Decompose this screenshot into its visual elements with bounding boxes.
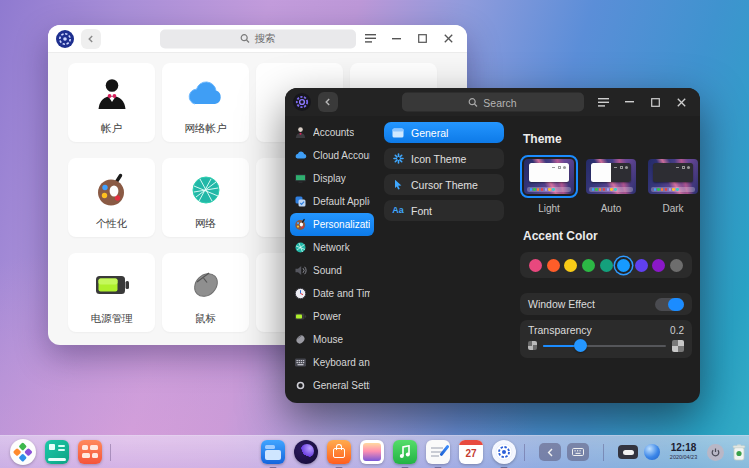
- card-label: 鼠标: [195, 313, 216, 324]
- minimize-button[interactable]: [618, 92, 640, 112]
- card-label: 个性化: [96, 218, 128, 229]
- cursor-icon: [392, 179, 404, 191]
- app-store-icon[interactable]: [327, 440, 351, 464]
- card-cloud-account[interactable]: 网络帐户: [162, 63, 249, 142]
- card-mouse[interactable]: 鼠标: [162, 253, 249, 332]
- back-button[interactable]: [318, 92, 338, 112]
- sidebar-item-mouse[interactable]: Mouse: [290, 328, 374, 351]
- nav-item-font[interactable]: Aa Font: [384, 200, 504, 221]
- accent-dot-gray[interactable]: [670, 259, 683, 272]
- control-center-logo-icon: [293, 93, 311, 111]
- minimize-button[interactable]: [385, 29, 407, 49]
- dock-separator: [110, 444, 111, 461]
- control-center-dock-icon[interactable]: [492, 440, 516, 464]
- cloud-icon: [294, 149, 307, 162]
- slider-handle[interactable]: [574, 339, 587, 352]
- general-settings-icon: [294, 379, 307, 392]
- mouse-icon: [294, 333, 307, 346]
- sidebar-item-accounts[interactable]: Accounts: [290, 121, 374, 144]
- file-manager-icon[interactable]: [261, 440, 285, 464]
- battery-tray-icon[interactable]: [618, 445, 638, 459]
- card-label: 电源管理: [91, 313, 133, 324]
- accent-dot-violet[interactable]: [635, 259, 648, 272]
- accent-dot-pink[interactable]: [529, 259, 542, 272]
- multitasking-view-icon[interactable]: [45, 440, 69, 464]
- card-personalization[interactable]: 个性化: [68, 158, 155, 237]
- personalization-icon: [294, 218, 307, 231]
- titlebar[interactable]: 搜索: [48, 25, 467, 53]
- card-label: 网络帐户: [185, 123, 227, 134]
- accent-dot-orange[interactable]: [547, 259, 560, 272]
- network-tray-icon[interactable]: [644, 444, 660, 460]
- theme-option-auto[interactable]: Auto: [582, 155, 640, 214]
- sidebar-item-power[interactable]: Power: [290, 305, 374, 328]
- card-accounts[interactable]: 帐户: [68, 63, 155, 142]
- accent-dot-teal[interactable]: [600, 259, 613, 272]
- sidebar-item-sound[interactable]: Sound: [290, 259, 374, 282]
- transparency-value: 0.2: [670, 325, 684, 336]
- close-button[interactable]: [437, 29, 459, 49]
- default-apps-icon: [294, 195, 307, 208]
- theme-option-light[interactable]: Light: [520, 155, 578, 214]
- accent-color-row: [520, 252, 692, 278]
- search-input[interactable]: 搜索: [160, 29, 356, 48]
- window-effect-toggle[interactable]: [655, 298, 684, 311]
- app-grid-icon[interactable]: [78, 440, 102, 464]
- sidebar-item-network[interactable]: Network: [290, 236, 374, 259]
- card-network[interactable]: 网络: [162, 158, 249, 237]
- globe-icon: [186, 170, 226, 210]
- accent-dot-yellow[interactable]: [564, 259, 577, 272]
- shutdown-button[interactable]: [707, 444, 724, 461]
- theme-option-dark[interactable]: Dark: [644, 155, 702, 214]
- icon-theme-icon: [392, 153, 404, 165]
- back-button[interactable]: [81, 29, 101, 49]
- trash-icon[interactable]: [730, 442, 748, 462]
- settings-sidebar: Accounts Cloud Account Display Default A…: [285, 116, 378, 403]
- card-label: 网络: [195, 218, 216, 229]
- sidebar-item-default-applications[interactable]: Default Applica...: [290, 190, 374, 213]
- transparency-row: Transparency 0.2: [520, 320, 692, 358]
- clock-icon: [294, 287, 307, 300]
- accent-dot-blue-selected[interactable]: [617, 259, 630, 272]
- browser-icon[interactable]: [294, 440, 318, 464]
- maximize-button[interactable]: [644, 92, 666, 112]
- theme-preview-window: [591, 163, 631, 182]
- keyboard-icon: [294, 356, 307, 369]
- transparency-max-icon: [672, 340, 684, 352]
- sidebar-item-general-settings[interactable]: General Settings: [290, 374, 374, 397]
- image-viewer-icon[interactable]: [360, 440, 384, 464]
- tray-collapse-button[interactable]: [539, 443, 561, 461]
- sidebar-item-cloud-account[interactable]: Cloud Account: [290, 144, 374, 167]
- text-editor-icon[interactable]: [426, 440, 450, 464]
- sidebar-item-display[interactable]: Display: [290, 167, 374, 190]
- sidebar-item-keyboard[interactable]: Keyboard and ...: [290, 351, 374, 374]
- accent-dot-purple[interactable]: [652, 259, 665, 272]
- search-input[interactable]: Search: [402, 93, 584, 112]
- launcher-icon[interactable]: [10, 439, 36, 465]
- close-button[interactable]: [670, 92, 692, 112]
- accounts-icon: [294, 126, 307, 139]
- personalization-nav: General Icon Theme Cursor Theme Aa Font: [378, 116, 512, 403]
- nav-item-cursor-theme[interactable]: Cursor Theme: [384, 174, 504, 195]
- transparency-min-icon: [528, 341, 537, 350]
- maximize-button[interactable]: [411, 29, 433, 49]
- titlebar[interactable]: Search: [285, 88, 700, 116]
- card-power[interactable]: 电源管理: [68, 253, 155, 332]
- transparency-slider[interactable]: [543, 339, 666, 352]
- music-icon[interactable]: [393, 440, 417, 464]
- dock-clock[interactable]: 12:18 2020/04/23: [666, 443, 701, 461]
- cloud-icon: [184, 75, 228, 115]
- menu-icon[interactable]: [359, 29, 381, 49]
- sidebar-item-personalization[interactable]: Personalization: [290, 213, 374, 236]
- calendar-icon[interactable]: 27: [459, 440, 483, 464]
- onscreen-keyboard-button[interactable]: [567, 443, 589, 461]
- nav-item-icon-theme[interactable]: Icon Theme: [384, 148, 504, 169]
- menu-icon[interactable]: [592, 92, 614, 112]
- nav-item-general[interactable]: General: [384, 122, 504, 143]
- sound-icon: [294, 264, 307, 277]
- mouse-icon: [186, 265, 226, 305]
- sidebar-item-date-time[interactable]: Date and Time: [290, 282, 374, 305]
- accent-dot-green[interactable]: [582, 259, 595, 272]
- font-icon: Aa: [392, 205, 404, 217]
- theme-preview-window: [653, 163, 693, 182]
